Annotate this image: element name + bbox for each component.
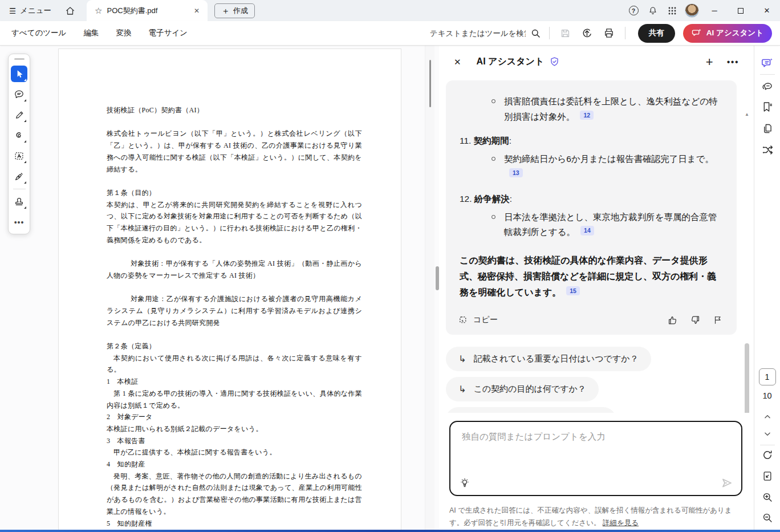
- ai-response-bubble: 損害賠償責任は委託料を上限とし、逸失利益などの特別損害は対象外。1211. 契約…: [446, 80, 737, 335]
- page-number-input[interactable]: 1: [759, 368, 776, 385]
- divider: [13, 189, 26, 189]
- prompt-input[interactable]: [450, 422, 741, 474]
- stamp-tool[interactable]: [11, 193, 27, 210]
- suggested-prompt-chip[interactable]: ↳記載されている重要な日付はいつですか？: [446, 347, 651, 371]
- cloud-upload-icon: [581, 27, 593, 39]
- convert-menu[interactable]: 変換: [116, 28, 131, 38]
- copy-icon: [458, 315, 468, 325]
- search-icon[interactable]: [530, 28, 541, 39]
- scroll-up-icon[interactable]: ▲: [745, 112, 749, 117]
- send-icon[interactable]: [720, 476, 734, 490]
- notifications-button[interactable]: [643, 0, 663, 21]
- zoom-out-button[interactable]: [762, 512, 773, 523]
- stamp-icon: [14, 196, 25, 207]
- panel-close-icon[interactable]: ✕: [454, 57, 461, 67]
- all-tools-menu[interactable]: すべてのツール: [11, 28, 66, 38]
- share-button[interactable]: 共有: [638, 24, 675, 43]
- learn-more-link[interactable]: 詳細を見る: [603, 519, 639, 527]
- shuffle-rail-button[interactable]: [761, 144, 774, 156]
- rotate-view-button[interactable]: [762, 449, 773, 461]
- response-bullet: 損害賠償責任は委託料を上限とし、逸失利益などの特別損害は対象外。12: [491, 94, 723, 124]
- ai-assistant-rail-button[interactable]: [761, 57, 774, 70]
- thumbs-down-icon[interactable]: [690, 315, 701, 326]
- edit-menu[interactable]: 編集: [83, 28, 99, 38]
- next-page-button[interactable]: [763, 430, 771, 438]
- bell-icon: [648, 6, 658, 16]
- ai-assistant-button[interactable]: AI アシスタント: [683, 24, 772, 43]
- print-button[interactable]: [601, 25, 617, 41]
- pdf-page[interactable]: 技術検証（PoC）契約書（AI）株式会社トゥールビヨン（以下「甲」という。）と株…: [58, 48, 401, 530]
- suggested-prompt-chip[interactable]: ↳この契約の目的は何ですか？: [446, 377, 599, 401]
- upload-cloud-button[interactable]: [579, 25, 595, 41]
- maximize-button[interactable]: [728, 0, 754, 21]
- document-line: 株式会社トゥールビヨン（以下「甲」という。）と株式会社レベリング（以下「乙」とい…: [107, 128, 362, 175]
- copy-button[interactable]: コピー: [458, 315, 498, 325]
- citation-badge[interactable]: 13: [509, 168, 523, 178]
- response-summary: この契約書は、技術検証の具体的な作業内容、データ提供形式、秘密保持、損害賠償など…: [460, 253, 723, 300]
- shield-check-icon: [549, 56, 560, 67]
- apps-button[interactable]: [663, 0, 682, 21]
- response-bullet: 日本法を準拠法とし、東京地方裁判所を専属的合意管轄裁判所とする。14: [491, 210, 723, 240]
- window-close-button[interactable]: ✕: [754, 0, 780, 21]
- zoom-in-button[interactable]: [762, 492, 773, 503]
- citation-badge[interactable]: 14: [580, 226, 594, 235]
- search-input[interactable]: [430, 29, 526, 38]
- new-chat-button[interactable]: +: [706, 56, 713, 68]
- more-tools-button[interactable]: •••: [11, 214, 27, 230]
- account-button[interactable]: [682, 0, 701, 21]
- text-box-icon: [14, 151, 25, 161]
- text-select-tool[interactable]: [11, 148, 27, 164]
- comments-rail-button[interactable]: [761, 81, 773, 93]
- pen-nib-icon: [14, 171, 25, 182]
- comment-bubble-icon: [14, 89, 25, 100]
- divider: [760, 74, 775, 75]
- prompt-arrow-icon: ↳: [458, 354, 466, 364]
- scrollbar-thumb[interactable]: [429, 60, 431, 107]
- help-button[interactable]: ?: [624, 0, 643, 21]
- tab-close-icon[interactable]: ✕: [192, 6, 202, 16]
- create-button[interactable]: ＋ 作成: [214, 3, 255, 18]
- document-line: 第１条（目的）: [107, 187, 362, 199]
- copy-label: コピー: [473, 315, 498, 325]
- close-icon: ✕: [764, 6, 770, 15]
- comment-tool[interactable]: [11, 86, 27, 103]
- search-box[interactable]: [430, 28, 541, 39]
- star-icon[interactable]: ☆: [95, 6, 102, 16]
- panel-scrollbar[interactable]: ▲ ▼: [744, 112, 750, 413]
- plus-icon: ＋: [221, 6, 230, 15]
- response-text: 契約締結日から6か月または報告書確認完了日まで。13: [504, 152, 723, 182]
- ai-conversation-area: 損害賠償責任は委託料を上限とし、逸失利益などの特別損害は対象外。1211. 契約…: [439, 78, 754, 413]
- citation-badge[interactable]: 12: [580, 111, 594, 120]
- scrollbar-thumb[interactable]: [745, 343, 749, 413]
- page-view-button[interactable]: [762, 470, 773, 482]
- lightbulb-icon[interactable]: [459, 477, 470, 489]
- document-line: 技術検証（PoC）契約書（AI）: [107, 104, 362, 116]
- ai-assistant-panel: ✕ AI アシスタント + ••• 損害賠償責任は委託料を上限とし、逸失利益など…: [439, 46, 754, 530]
- suggested-prompt-chip[interactable]: ↳委託料の支払い条件は何ですか？: [446, 407, 616, 413]
- highlight-tool[interactable]: [11, 107, 27, 123]
- draw-tool[interactable]: [11, 127, 27, 144]
- prompt-label: 記載されている重要な日付はいつですか？: [473, 354, 638, 364]
- disclaimer-text: AI で生成された回答には、不正確な内容や、誤解を招く情報が含まれる可能性があり…: [449, 506, 732, 527]
- fill-sign-tool[interactable]: [11, 168, 27, 185]
- thumbs-up-icon[interactable]: [667, 315, 678, 326]
- esign-menu[interactable]: 電子サイン: [148, 28, 187, 38]
- prompt-input-box[interactable]: [449, 421, 742, 496]
- citation-badge[interactable]: 15: [566, 286, 580, 296]
- document-line: 4 知的財産: [107, 458, 362, 470]
- flag-icon[interactable]: [713, 315, 723, 325]
- panel-options-icon[interactable]: •••: [727, 57, 739, 67]
- minimize-button[interactable]: ─: [701, 0, 728, 21]
- document-tab[interactable]: ☆ POC契約書.pdf ✕: [87, 0, 208, 21]
- document-line: 本契約は、甲と乙が将来的に共同研究開発契約を締結することを視野に入れつつ、以下に…: [107, 199, 362, 246]
- select-tool[interactable]: [11, 66, 27, 82]
- drag-handle[interactable]: [14, 58, 25, 60]
- pages-rail-button[interactable]: [761, 123, 773, 135]
- menu-button[interactable]: ☰ メニュー: [0, 0, 58, 21]
- bookmarks-rail-button[interactable]: [761, 101, 773, 113]
- scrollbar-track[interactable]: [744, 117, 750, 413]
- home-button[interactable]: [58, 0, 82, 21]
- document-scrollbar[interactable]: [425, 46, 434, 530]
- panel-resize-handle[interactable]: [436, 266, 439, 290]
- previous-page-button[interactable]: [763, 413, 771, 421]
